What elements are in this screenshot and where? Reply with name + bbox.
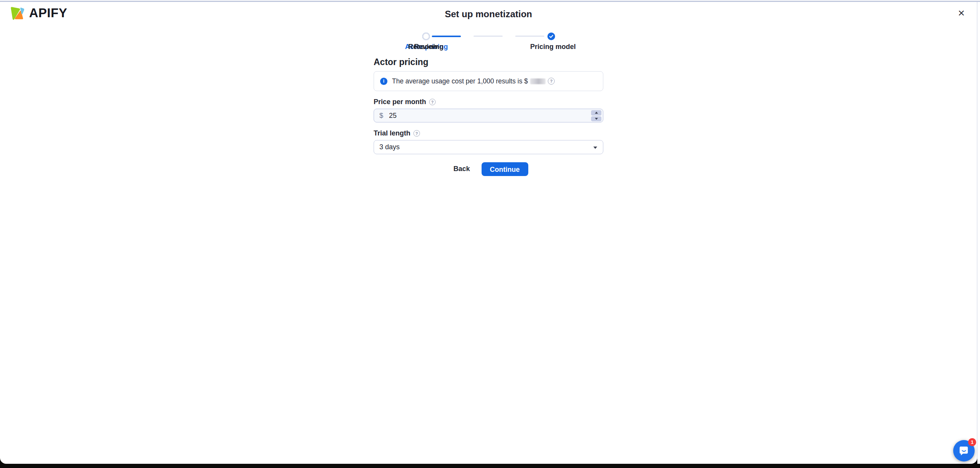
- info-icon: i: [380, 78, 387, 85]
- price-input[interactable]: [389, 112, 588, 120]
- trial-length-label-row: Trial length ?: [374, 129, 603, 137]
- arrow-down-icon: [595, 118, 598, 120]
- monetization-dialog: APIFY Set up monetization × Pricing mode…: [0, 2, 977, 464]
- info-banner-text-before: The average usage cost per 1,000 results…: [392, 77, 528, 85]
- trial-length-label: Trial length: [374, 129, 410, 137]
- step-upcoming-circle-icon: [422, 33, 430, 40]
- page-title: Actor pricing: [374, 57, 603, 67]
- decrement-button[interactable]: [591, 116, 601, 122]
- window-top-border: [0, 1, 980, 2]
- right-gutter: [977, 2, 980, 464]
- back-button[interactable]: Back: [449, 162, 474, 176]
- trial-length-value: 3 days: [379, 143, 400, 151]
- price-per-month-field: $: [374, 109, 603, 122]
- chat-launcher-button[interactable]: 1: [953, 440, 975, 461]
- arrow-up-icon: [595, 112, 598, 114]
- stepper-connector: [474, 36, 503, 37]
- step-label: Pricing model: [530, 43, 572, 51]
- price-per-month-label-row: Price per month ?: [374, 98, 603, 106]
- info-banner-text: The average usage cost per 1,000 results…: [392, 77, 555, 85]
- chat-bubble-icon: [958, 445, 970, 457]
- help-icon[interactable]: ?: [429, 99, 436, 105]
- step-pricing-model[interactable]: Pricing model: [530, 33, 572, 51]
- increment-button[interactable]: [591, 110, 601, 116]
- wizard-stepper: Pricing model Actor pricing Reasoning Re…: [405, 33, 572, 51]
- continue-button[interactable]: Continue: [482, 162, 528, 176]
- trial-length-select[interactable]: 3 days: [374, 140, 603, 154]
- step-label: Review: [405, 43, 447, 51]
- close-icon[interactable]: ×: [958, 7, 965, 19]
- notification-badge: 1: [968, 438, 976, 446]
- chevron-down-icon: [593, 147, 597, 149]
- actor-pricing-form: Actor pricing i The average usage cost p…: [374, 57, 603, 176]
- form-actions: Back Continue: [374, 162, 603, 176]
- dialog-title: Set up monetization: [0, 9, 977, 20]
- redacted-value: [530, 78, 546, 84]
- help-icon[interactable]: ?: [548, 78, 555, 85]
- currency-prefix: $: [379, 112, 383, 120]
- step-completed-check-icon: [547, 33, 555, 40]
- price-per-month-label: Price per month: [374, 98, 426, 106]
- help-icon[interactable]: ?: [413, 130, 420, 137]
- price-stepper: [591, 110, 601, 121]
- average-cost-info-banner: i The average usage cost per 1,000 resul…: [374, 71, 603, 91]
- step-review[interactable]: Review: [405, 33, 447, 51]
